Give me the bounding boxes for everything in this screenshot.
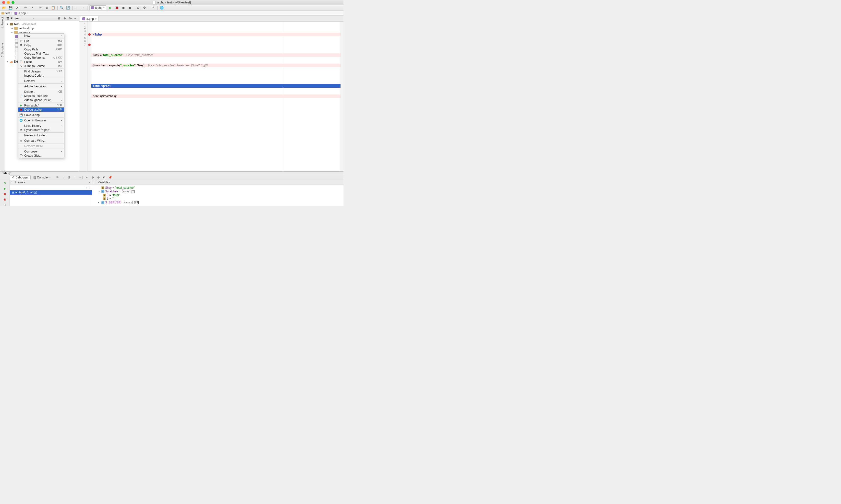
toggle-breakpoint-button[interactable]: ⊙	[91, 176, 94, 179]
paste-button[interactable]: 📋	[51, 6, 55, 10]
view-mode-dropdown[interactable]: ▾	[33, 17, 34, 20]
coverage-button[interactable]: ▣	[121, 6, 125, 10]
hide-button[interactable]: →|	[73, 16, 77, 20]
mute-breakpoints-button[interactable]: ⊘	[97, 176, 101, 179]
menu-delete[interactable]: Delete...⌫	[18, 90, 64, 94]
menu-copy-plain[interactable]: Copy as Plain Text	[18, 51, 64, 56]
variable-row[interactable]: ▸ ≡ $_SERVER = {array} [29]	[94, 200, 341, 204]
replace-button[interactable]: 🔄	[66, 6, 70, 10]
menu-refactor[interactable]: Refactor▸	[18, 79, 64, 83]
step-into-button[interactable]: ↓	[61, 176, 65, 179]
collapse-all-button[interactable]: ⊟	[57, 16, 61, 20]
expand-arrow-icon[interactable]: ▸	[11, 27, 13, 30]
error-stripe[interactable]	[340, 21, 344, 172]
evaluate-expression-button[interactable]: ≡	[85, 176, 89, 179]
run-button[interactable]: ▶	[108, 6, 113, 10]
run-to-cursor-button[interactable]: →|	[79, 176, 83, 179]
sync-button[interactable]: ⟳	[15, 6, 19, 10]
copy-button[interactable]: ⧉	[45, 6, 49, 10]
menu-copy[interactable]: ⧉Copy⌘C	[18, 43, 64, 47]
settings-button[interactable]: ⚙	[102, 176, 106, 179]
structure-tool-button[interactable]: 7: Structure	[1, 43, 4, 57]
stop-debug-button[interactable]: ◼	[3, 192, 7, 196]
menu-cut[interactable]: ✂Cut⌘X	[18, 39, 64, 43]
find-button[interactable]: 🔍	[59, 6, 64, 10]
console-tab[interactable]: ▤ Console →	[31, 175, 53, 180]
menu-synchronize[interactable]: ⟳Synchronize 'a.php'	[18, 128, 64, 132]
browser-button[interactable]: 🌐	[159, 6, 164, 10]
menu-mark-plain-text[interactable]: 📄Mark as Plain Text	[18, 94, 64, 98]
expand-arrow-icon[interactable]: ▼	[98, 190, 101, 193]
mute-breakpoints-button[interactable]: ⊘	[3, 202, 7, 205]
stack-frame[interactable]: ◉ a.php:6, {main}()	[10, 190, 92, 195]
menu-reveal-in-finder[interactable]: Reveal in Finder	[18, 133, 64, 137]
menu-copy-path[interactable]: Copy Path⇧⌘C	[18, 47, 64, 51]
menu-paste[interactable]: 📋Paste⌘V	[18, 60, 64, 64]
menu-save[interactable]: 💾Save 'a.php'	[18, 113, 64, 117]
help-button[interactable]: ?	[151, 6, 155, 10]
thread-dropdown[interactable]: ▾	[89, 181, 90, 184]
stop-button[interactable]: ◼	[127, 6, 132, 10]
menu-debug[interactable]: 🐞Debug 'a.php'^⇧D	[18, 107, 64, 112]
code-editor[interactable]: 1234567 <?php $key = 'total_succfee'; $k…	[79, 21, 344, 172]
tools-button-2[interactable]: ⚙	[142, 6, 147, 10]
marker-gutter[interactable]	[87, 21, 91, 172]
tools-button-1[interactable]: ⚙	[136, 6, 140, 10]
rerun-button[interactable]: ↻	[3, 181, 7, 185]
menu-jump-to-source[interactable]: ↘Jump to Source⌘↓	[18, 64, 64, 68]
cut-button[interactable]: ✂	[38, 6, 42, 10]
menu-add-to-favorites[interactable]: Add to Favorites▸	[18, 84, 64, 88]
variable-row[interactable]: ▣ $key = "total_succfee"	[94, 186, 341, 190]
menu-new[interactable]: New▸	[18, 34, 64, 38]
expand-arrow-icon[interactable]: ▸	[98, 201, 101, 204]
expand-arrow-icon[interactable]: ▸	[6, 60, 9, 63]
breadcrumb-root[interactable]: test	[5, 12, 10, 15]
menu-inspect-code[interactable]: Inspect Code...	[18, 73, 64, 77]
expand-arrow-icon[interactable]: ▼	[6, 23, 9, 25]
run-configuration-dropdown[interactable]: a.php ▾	[89, 5, 106, 10]
scroll-to-source-button[interactable]: ⊕	[63, 16, 67, 20]
minimize-window-button[interactable]	[7, 1, 10, 4]
breadcrumb-file[interactable]: a.php	[18, 12, 26, 15]
pin-tab-button[interactable]: 📌	[108, 176, 112, 179]
zoom-window-button[interactable]	[12, 1, 15, 4]
menu-find-usages[interactable]: Find Usages⌥F7	[18, 69, 64, 73]
menu-add-ignore-list[interactable]: Add to Ignore List of...▸	[18, 98, 64, 102]
debugger-tab[interactable]: ↺ Debugger	[10, 175, 31, 180]
next-frame-button[interactable]: ↓	[88, 186, 90, 189]
variable-row[interactable]: ▣ 1 = ""	[94, 197, 341, 200]
variable-row[interactable]: ▼ ≡ $matches = {array} [2]	[94, 190, 341, 193]
force-step-into-button[interactable]: ⇊	[67, 176, 71, 179]
menu-copy-reference[interactable]: Copy Reference⌥⇧⌘C	[18, 56, 64, 60]
tree-root[interactable]: ▼ test ~/Sites/test	[5, 22, 79, 26]
menu-open-in-browser[interactable]: 🌐Open in Browser▸	[18, 118, 64, 122]
redo-button[interactable]: ↷	[30, 6, 34, 10]
menu-create-gist[interactable]: ◯Create Gist...	[18, 154, 64, 158]
tree-folder[interactable]: ▸ testlog4php	[5, 26, 79, 30]
forward-button[interactable]: →	[81, 6, 85, 10]
step-out-button[interactable]: ↑	[73, 176, 77, 179]
debug-button[interactable]: 🐞	[115, 6, 119, 10]
undo-button[interactable]: ↶	[23, 6, 28, 10]
settings-button[interactable]: ⚙▾	[68, 16, 72, 20]
save-all-button[interactable]: 💾	[8, 6, 13, 10]
variable-row[interactable]: ▣ 0 = "total"	[94, 193, 341, 197]
editor-tab-aphp[interactable]: a.php ×	[80, 16, 99, 21]
menu-compare-with[interactable]: ⧈Compare With...	[18, 139, 64, 143]
open-file-button[interactable]: 📂	[2, 6, 6, 10]
menu-local-history[interactable]: Local History▸	[18, 124, 64, 128]
menu-composer[interactable]: Composer▸	[18, 149, 64, 154]
back-button[interactable]: ←	[74, 6, 79, 10]
resume-button[interactable]: ▶	[3, 186, 7, 191]
menu-run[interactable]: ▶Run 'a.php'^⇧R	[18, 103, 64, 107]
close-tab-button[interactable]: ×	[95, 17, 97, 20]
prev-frame-button[interactable]: ↑	[86, 186, 87, 189]
view-breakpoints-button[interactable]: ◉	[3, 197, 7, 201]
project-tool-button[interactable]: 1: Project	[1, 17, 4, 29]
error-marker-icon[interactable]	[88, 43, 91, 46]
variables-tree[interactable]: ▣ $key = "total_succfee" ▼ ≡ $matches = …	[92, 185, 344, 205]
close-window-button[interactable]	[2, 1, 5, 4]
expand-arrow-icon[interactable]: ▸	[11, 31, 13, 34]
error-marker-icon[interactable]	[88, 33, 91, 36]
step-over-button[interactable]: ↷	[55, 176, 59, 179]
